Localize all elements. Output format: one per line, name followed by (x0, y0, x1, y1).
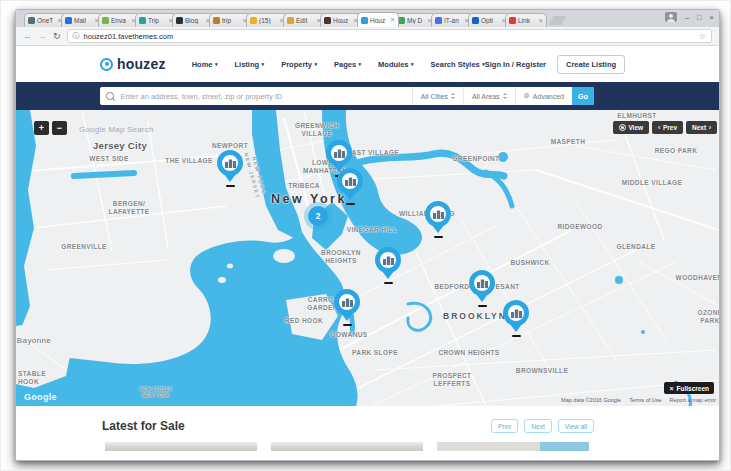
search-icon (106, 92, 114, 100)
carousel-next-button[interactable]: Next (524, 419, 551, 433)
property-pin[interactable] (469, 270, 495, 307)
property-pin[interactable] (375, 247, 401, 284)
url-bar[interactable]: ⓘ houzez01.favethemes.com ☆ (67, 29, 712, 43)
browser-tab[interactable]: Houz× (357, 12, 399, 27)
main-nav: Home▾Listing▾Property▾Pages▾Modules▾Sear… (192, 60, 485, 69)
forward-icon[interactable]: → (38, 32, 47, 41)
browser-tab[interactable]: Enva× (98, 13, 140, 27)
all-cities-label: All Cities (421, 93, 448, 100)
tab-favicon-icon (509, 17, 516, 24)
map-canvas (16, 110, 719, 406)
url-text: houzez01.favethemes.com (84, 32, 174, 41)
building-icon (375, 247, 401, 273)
browser-tab[interactable]: Blog× (172, 13, 214, 27)
property-pin[interactable] (503, 300, 529, 337)
nav-item-pages[interactable]: Pages▾ (334, 60, 361, 69)
browser-tab[interactable]: Edit× (283, 13, 325, 27)
browser-tab[interactable]: trip× (209, 13, 251, 27)
next-button[interactable]: Next › (686, 121, 717, 134)
houzez-logo[interactable]: houzez (100, 56, 166, 72)
pin-tail (510, 324, 522, 332)
browser-tab[interactable]: Mail× (61, 13, 103, 27)
profile-avatar-icon[interactable] (665, 12, 677, 22)
listing-card[interactable] (437, 442, 589, 451)
building-icon (334, 289, 360, 315)
search-band: All Cities All Areas ⚙ Advanced Go (16, 82, 719, 110)
nav-item-listing[interactable]: Listing▾ (235, 60, 265, 69)
chevron-down-icon: ▾ (411, 61, 414, 67)
browser-tab[interactable]: Trip× (135, 13, 177, 27)
new-tab-button[interactable] (549, 16, 567, 25)
building-icon (425, 201, 451, 227)
property-pin[interactable] (217, 150, 243, 187)
listing-card[interactable] (105, 442, 257, 451)
prev-button[interactable]: ‹ Prev (652, 121, 683, 134)
bookmark-star-icon[interactable]: ☆ (699, 32, 706, 41)
property-pin[interactable] (337, 168, 363, 205)
google-map[interactable]: GREENWICH VILLAGENEWPORTEAST VILLAGEMASP… (16, 110, 719, 406)
minimize-button[interactable]: – (685, 13, 689, 22)
back-icon[interactable]: ← (23, 32, 32, 41)
tab-close-icon[interactable]: × (539, 17, 543, 25)
attribution-text: Map data ©2016 Google (561, 397, 621, 403)
chevron-down-icon: ▾ (359, 61, 362, 67)
browser-tab[interactable]: My D× (394, 13, 436, 27)
fullscreen-button[interactable]: × Fullscreen (664, 382, 714, 394)
advanced-search-button[interactable]: ⚙ Advanced (515, 87, 572, 105)
tab-label: trip (222, 17, 241, 24)
tab-close-icon[interactable]: × (391, 16, 395, 24)
chevron-down-icon: ▾ (262, 61, 265, 67)
tab-favicon-icon (28, 17, 35, 24)
view-all-button[interactable]: View all (558, 419, 594, 433)
create-listing-button[interactable]: Create Listing (557, 55, 625, 74)
gear-icon: ⚙ (524, 92, 530, 100)
pin-shadow (226, 185, 235, 188)
browser-tab[interactable]: Houz× (320, 13, 362, 27)
zoom-out-button[interactable]: − (52, 121, 67, 135)
tab-favicon-icon (102, 17, 109, 24)
all-areas-select[interactable]: All Areas (463, 87, 515, 105)
terms-link[interactable]: Terms of Use (629, 397, 661, 403)
nav-item-label: Property (281, 60, 312, 69)
sign-in-link[interactable]: Sign In / Register (485, 60, 546, 69)
zoom-in-button[interactable]: + (34, 121, 49, 135)
latest-section: Latest for Sale Prev Next View all (16, 406, 719, 460)
nav-item-label: Pages (334, 60, 356, 69)
tab-favicon-icon (324, 17, 331, 24)
browser-tab[interactable]: (15)× (246, 13, 288, 27)
page-info-icon[interactable]: ⓘ (73, 31, 80, 41)
carousel-prev-button[interactable]: Prev (491, 419, 518, 433)
building-icon (217, 150, 243, 176)
go-button[interactable]: Go (572, 87, 594, 105)
report-error-link[interactable]: Report a map error (670, 397, 716, 403)
view-label: View (628, 124, 643, 131)
nav-item-property[interactable]: Property▾ (281, 60, 317, 69)
search-input[interactable] (119, 87, 412, 105)
property-pin[interactable] (425, 201, 451, 238)
browser-tab[interactable]: Link× (505, 13, 547, 27)
property-search-bar: All Cities All Areas ⚙ Advanced Go (100, 87, 594, 105)
tab-label: IT-an (444, 17, 463, 24)
browser-tab[interactable]: OneT× (24, 13, 66, 27)
tab-label: Enva (111, 17, 130, 24)
tab-strip-bar: OneT×Mail×Enva×Trip×Blog×trip×(15)×Edit×… (16, 10, 719, 27)
nav-item-modules[interactable]: Modules▾ (378, 60, 413, 69)
browser-tab[interactable]: Opti× (468, 13, 510, 27)
sort-arrows-icon (451, 93, 455, 99)
nav-item-home[interactable]: Home▾ (192, 60, 218, 69)
houzez-logo-icon (100, 58, 113, 71)
listing-card[interactable] (271, 442, 423, 451)
maximize-button[interactable]: □ (697, 13, 702, 22)
google-watermark: Google (24, 392, 57, 402)
view-button[interactable]: View (613, 121, 649, 134)
all-areas-label: All Areas (472, 93, 500, 100)
close-window-button[interactable]: × (710, 13, 714, 22)
nav-item-search-styles[interactable]: Search Styles▾ (431, 60, 485, 69)
all-cities-select[interactable]: All Cities (412, 87, 463, 105)
refresh-icon[interactable]: ↻ (53, 32, 61, 41)
sort-arrows-icon (503, 93, 507, 99)
browser-tab[interactable]: IT-an× (431, 13, 473, 27)
cluster-marker[interactable]: 2 (308, 206, 328, 226)
fullscreen-icon: × (669, 385, 673, 392)
property-pin[interactable] (334, 289, 360, 326)
